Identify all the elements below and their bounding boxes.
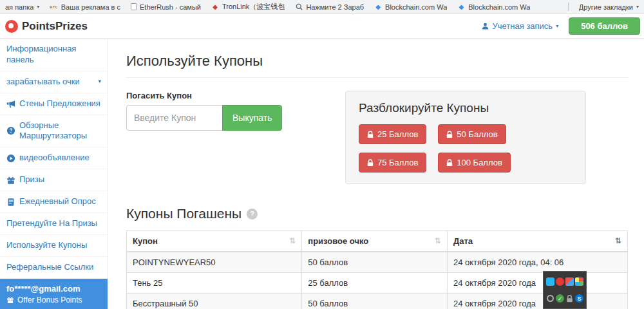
cell-coupon: Тень 25 <box>127 273 302 294</box>
cell-coupon: POINTYNEWYEAR50 <box>127 252 302 273</box>
tray-ring-icon[interactable] <box>547 295 554 302</box>
sidebar-item-label: Стены Предложения <box>19 98 100 109</box>
redeem-button[interactable]: Выкупать <box>222 105 282 131</box>
sidebar-item-label: Реферальные Ссылки <box>6 262 93 273</box>
bookmark-item[interactable]: ◆ TronLink（波宝钱包 <box>211 2 285 12</box>
redeem-row: Погасить Купон Выкупать Разблокируйте Ку… <box>126 91 628 184</box>
sidebar-item-offer-walls[interactable]: Стены Предложения <box>0 93 108 115</box>
blockchain-favicon-icon: ◆ <box>457 3 465 11</box>
page-layout: Информационная панель зарабатывать очки … <box>0 39 644 309</box>
column-label: Купон <box>133 236 158 246</box>
column-header-points[interactable]: призовое очко ⇅ <box>302 231 448 252</box>
cell-date: 24 октября 2020 года <box>447 273 627 294</box>
lock-icon <box>367 159 374 167</box>
sort-desc-icon: ⇅ <box>615 236 621 245</box>
sidebar-item-label: Информационная панель <box>6 44 101 66</box>
bookmark-folder[interactable]: ая папка ▾ <box>5 3 39 11</box>
page-title: Используйте Купоны <box>126 53 628 70</box>
unlock-panel-title: Разблокируйте Купоны <box>359 101 573 115</box>
bookmark-label: Нажмите 2 Зараб <box>306 3 364 11</box>
unlock-25-button[interactable]: 25 Баллов <box>359 124 426 144</box>
bookmark-label: Blockchain.com Wa <box>468 3 530 11</box>
tray-chat-icon[interactable] <box>546 277 554 286</box>
tray-app-icon[interactable] <box>565 277 574 286</box>
tray-record-icon[interactable] <box>556 277 564 286</box>
bookmark-item[interactable]: EtherRush - самый <box>131 3 201 11</box>
sidebar-item-referral-links[interactable]: Реферальные Ссылки <box>0 257 108 279</box>
bookmarks-divider <box>568 3 569 11</box>
header-right: Учетная запись ▾ 506 баллов <box>481 17 640 35</box>
unlock-75-button[interactable]: 75 Баллов <box>359 153 426 173</box>
tray-apps-grid-icon[interactable] <box>575 277 583 286</box>
bookmark-item[interactable]: BTC Ваша реклама в с <box>50 3 120 11</box>
sidebar-item-earn-points[interactable]: зарабатывать очки ▾ <box>0 71 108 93</box>
sidebar-item-label: Ежедневный Опрос <box>19 196 96 207</box>
points-balance-button[interactable]: 506 баллов <box>569 17 640 35</box>
referral-email: fo*****@gmail.com <box>6 284 101 294</box>
sidebar-item-label: видеообъявление <box>19 153 90 164</box>
sidebar-item-dashboard[interactable]: Информационная панель <box>0 39 108 71</box>
bookmark-item[interactable]: Нажмите 2 Зараб <box>295 3 364 11</box>
sidebar-item-prizes[interactable]: Призы <box>0 169 108 191</box>
unlock-button-label: 75 Баллов <box>377 158 418 167</box>
redeem-label: Погасить Купон <box>126 91 345 100</box>
brand-logo-link[interactable]: PointsPrizes <box>5 20 88 33</box>
redeem-form: Погасить Купон Выкупать <box>126 91 345 131</box>
btc-favicon-icon: BTC <box>50 3 57 11</box>
sidebar-item-claim-prizes[interactable]: Претендуйте На Призы <box>0 213 108 235</box>
chevron-down-icon: ▾ <box>98 78 101 86</box>
bookmark-label: TronLink（波宝钱包 <box>222 2 285 12</box>
redeemed-title-text: Купоны Погашены <box>126 206 242 221</box>
coupon-input[interactable] <box>126 105 223 131</box>
sort-icon: ⇅ <box>289 236 296 245</box>
sidebar-item-label: Призы <box>19 174 44 185</box>
other-bookmarks-button[interactable]: Другие закладки ▾ <box>579 3 639 11</box>
coupon-input-group: Выкупать <box>126 105 345 131</box>
table-row: POINTYNEWYEAR50 50 баллов 24 октября 202… <box>127 252 628 273</box>
sidebar-item-use-coupons[interactable]: Используйте Купоны <box>0 235 108 257</box>
help-icon[interactable]: ? <box>247 209 258 220</box>
unlock-50-button[interactable]: 50 Баллов <box>438 124 506 144</box>
column-label: Дата <box>453 236 473 246</box>
lock-icon <box>367 131 374 138</box>
unlock-100-button[interactable]: 100 Баллов <box>438 153 511 173</box>
redeemed-section-title: Купоны Погашены ? <box>126 206 628 221</box>
cell-date: 24 октября 2020 года, 04: 06 <box>447 252 627 273</box>
account-menu[interactable]: Учетная запись ▾ <box>481 21 559 31</box>
tray-check-icon[interactable]: ✓ <box>556 294 564 303</box>
tray-lock-icon[interactable] <box>565 294 574 303</box>
cell-coupon: Бесстрашный 50 <box>127 294 302 309</box>
referral-account-item[interactable]: fo*****@gmail.com Offer Bonus Points <box>0 279 108 309</box>
unlock-buttons: 25 Баллов 50 Баллов 75 Баллов 100 Баллов <box>359 124 573 173</box>
sidebar-item-video-ads[interactable]: видеообъявление <box>0 147 108 169</box>
tronlink-favicon-icon: ◆ <box>211 3 219 11</box>
play-circle-icon <box>6 154 15 163</box>
brand-logo-icon <box>5 20 18 33</box>
cell-points: 50 баллов <box>302 252 448 273</box>
column-header-date[interactable]: Дата ⇅ <box>447 231 627 252</box>
other-bookmarks-label: Другие закладки <box>579 3 633 11</box>
cell-date: 24 октября 2020 года <box>447 294 627 309</box>
sort-icon: ⇅ <box>435 236 441 245</box>
bookmark-item[interactable]: ◆ Blockchain.com Wa <box>374 3 447 11</box>
sidebar-item-label: Претендуйте На Призы <box>6 218 97 229</box>
bookmark-label: EtherRush - самый <box>140 3 201 11</box>
cell-points: 25 баллов <box>302 273 448 294</box>
brand-name: PointsPrizes <box>22 20 88 33</box>
title-divider <box>126 77 628 78</box>
bookmark-label: ая папка <box>5 3 33 11</box>
chevron-down-icon: ▾ <box>636 4 639 10</box>
chevron-down-icon: ▾ <box>556 23 558 29</box>
referral-sub: Offer Bonus Points <box>6 295 101 304</box>
lock-icon <box>446 159 453 167</box>
sidebar-item-daily-poll[interactable]: Ежедневный Опрос <box>0 191 108 213</box>
unlock-button-label: 100 Баллов <box>457 158 502 167</box>
tray-skype-icon[interactable]: S <box>575 294 583 303</box>
column-header-coupon[interactable]: Купон ⇅ <box>127 231 302 252</box>
bookmark-label: Ваша реклама в с <box>61 3 120 11</box>
bookmark-label: Blockchain.com Wa <box>385 3 447 11</box>
sidebar-item-survey-routers[interactable]: Обзорные Маршрутизаторы <box>0 115 108 148</box>
bookmark-item[interactable]: ◆ Blockchain.com Wa <box>457 3 530 11</box>
account-label: Учетная запись <box>493 21 553 31</box>
sidebar-item-label: зарабатывать очки <box>6 77 80 88</box>
